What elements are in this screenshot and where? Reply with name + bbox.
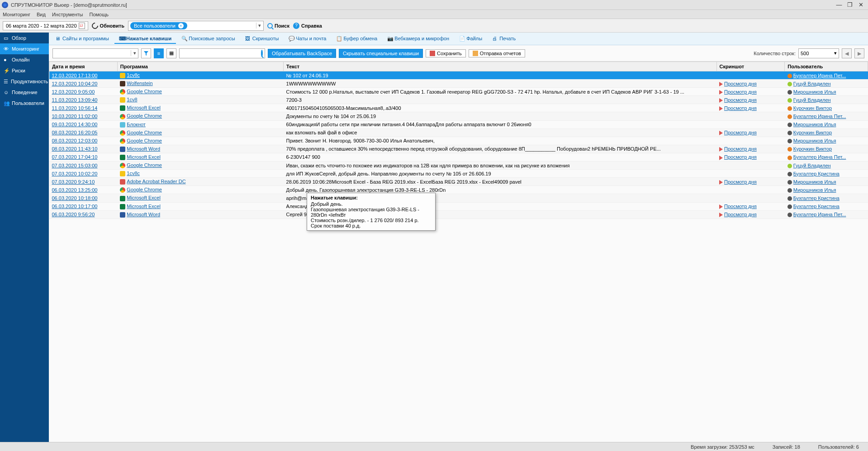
user-link[interactable]: Мирошников Илья bbox=[793, 187, 836, 193]
user-link[interactable]: Мирошников Илья bbox=[793, 138, 836, 143]
date-link[interactable]: 11.03.2020 10:56:14 bbox=[52, 105, 98, 111]
user-link[interactable]: Бухгалтер Ирина Пет... bbox=[793, 114, 846, 119]
chip-remove-icon[interactable]: × bbox=[178, 23, 184, 28]
date-link[interactable]: 08.03.2020 12:03:00 bbox=[52, 138, 98, 143]
user-link[interactable]: Бухгалтер Кристина bbox=[793, 171, 840, 176]
maximize-button[interactable]: ❐ bbox=[844, 1, 855, 8]
user-link[interactable]: Мирошников Илья bbox=[793, 122, 836, 127]
program-link[interactable]: Microsoft Excel bbox=[127, 195, 161, 200]
menu-tools[interactable]: Инструменты bbox=[52, 12, 83, 17]
backspace-button[interactable]: Обрабатывать BackSpace bbox=[268, 49, 336, 58]
sidebar-item-6[interactable]: 👥Пользователи bbox=[0, 98, 49, 109]
program-link[interactable]: Wolfenstein bbox=[127, 81, 152, 86]
sidebar-item-3[interactable]: ⚡Риски bbox=[0, 65, 49, 76]
table-row[interactable]: 07.03.2020 15:03:00Google ChromeИван, ск… bbox=[49, 161, 868, 170]
table-row[interactable]: 08.03.2020 11:43:10Microsoft Word70% пре… bbox=[49, 145, 868, 153]
table-row[interactable]: 06.03.2020 9:56:20Microsoft WordСергей 9… bbox=[49, 210, 868, 218]
data-grid[interactable]: Дата и время Программа Текст Скриншот По… bbox=[49, 62, 868, 442]
table-row[interactable]: 09.03.2020 14:30:00Блокнот60индикацияИ р… bbox=[49, 120, 868, 128]
date-link[interactable]: 08.03.2020 11:43:10 bbox=[52, 146, 98, 152]
user-link[interactable]: Бухгалтер Ирина Пет... bbox=[793, 73, 846, 78]
table-row[interactable]: 07.03.2020 17:04:10Microsoft Excel6-230V… bbox=[49, 153, 868, 161]
date-link[interactable]: 12.03.2020 10:04:20 bbox=[52, 81, 98, 86]
table-row[interactable]: 06.03.2020 10:17:00Microsoft ExcelАлекса… bbox=[49, 202, 868, 210]
send-reports-button[interactable]: Отправка отчетов bbox=[469, 49, 525, 57]
sidebar-item-0[interactable]: ▭Обзор bbox=[0, 33, 49, 43]
program-link[interactable]: Google Chrome bbox=[127, 138, 162, 143]
col-user[interactable]: Пользователь bbox=[785, 62, 868, 71]
minimize-button[interactable]: — bbox=[834, 1, 844, 8]
program-link[interactable]: Microsoft Excel bbox=[127, 204, 161, 209]
date-link[interactable]: 06.03.2020 10:17:00 bbox=[52, 204, 98, 209]
program-link[interactable]: Microsoft Excel bbox=[127, 154, 161, 160]
table-row[interactable]: 07.03.2020 9:24:10Adobe Acrobat Reader D… bbox=[49, 178, 868, 186]
table-row[interactable]: 07.03.2020 10:02:201cv8cдля ИП ЖуковСерг… bbox=[49, 170, 868, 178]
menu-monitoring[interactable]: Мониторинг bbox=[3, 12, 30, 17]
rowcount-select[interactable]: 500▾ bbox=[798, 48, 839, 58]
table-row[interactable]: 12.03.2020 10:04:20Wolfenstein1WWWWWWWWW… bbox=[49, 80, 868, 88]
sidebar-item-5[interactable]: ☺Поведение bbox=[0, 87, 49, 98]
filter-funnel-button[interactable] bbox=[141, 48, 151, 58]
user-link[interactable]: Курочкин Виктор bbox=[793, 146, 832, 152]
program-link[interactable]: 1cv8 bbox=[127, 97, 137, 102]
screenshot-link[interactable]: Просмотр дня bbox=[724, 154, 757, 160]
date-link[interactable]: 10.03.2020 11:02:00 bbox=[52, 114, 98, 119]
table-row[interactable]: 06.03.2020 10:18:00Microsoft Excelaprih@… bbox=[49, 194, 868, 202]
program-link[interactable]: Google Chrome bbox=[127, 89, 162, 94]
screenshot-link[interactable]: Просмотр дня bbox=[724, 212, 757, 217]
user-link[interactable]: Бухгалтер Кристина bbox=[793, 204, 840, 209]
sidebar-item-4[interactable]: ☰Продуктивность bbox=[0, 76, 49, 87]
save-button[interactable]: Сохранить bbox=[426, 49, 466, 57]
col-text[interactable]: Текст bbox=[284, 62, 716, 71]
hide-special-button[interactable]: Скрывать специальные клавиши bbox=[339, 49, 423, 58]
sidebar-item-1[interactable]: 👁Мониторинг bbox=[0, 43, 49, 54]
date-link[interactable]: 09.03.2020 14:30:00 bbox=[52, 122, 98, 127]
sidebar-item-2[interactable]: ●Онлайн bbox=[0, 54, 49, 65]
screenshot-link[interactable]: Просмотр дня bbox=[724, 204, 757, 209]
close-button[interactable]: ✕ bbox=[855, 1, 866, 8]
col-program[interactable]: Программа bbox=[117, 62, 283, 71]
filter-combo[interactable]: ▾ bbox=[52, 48, 138, 58]
user-link[interactable]: Курочкин Виктор bbox=[793, 130, 832, 135]
tab-5[interactable]: 📋Буфер обмена bbox=[332, 34, 382, 44]
screenshot-link[interactable]: Просмотр дня bbox=[724, 130, 757, 135]
screenshot-link[interactable]: Просмотр дня bbox=[724, 97, 757, 103]
table-row[interactable]: 06.03.2020 13:25:00Google ChromeДобрый д… bbox=[49, 186, 868, 194]
tab-7[interactable]: 📄Файлы bbox=[455, 34, 487, 44]
screenshot-link[interactable]: Просмотр дня bbox=[724, 105, 757, 111]
screenshot-link[interactable]: Просмотр дня bbox=[724, 179, 757, 185]
screenshot-link[interactable]: Просмотр дня bbox=[724, 89, 757, 95]
menu-help[interactable]: Помощь bbox=[90, 12, 109, 17]
table-row[interactable]: 11.03.2020 10:56:14Microsoft Excel400171… bbox=[49, 104, 868, 112]
screenshot-link[interactable]: Просмотр дня bbox=[724, 146, 757, 152]
tab-2[interactable]: 🔍Поисковые запросы bbox=[177, 34, 239, 44]
user-link[interactable]: Мирошников Илья bbox=[793, 179, 836, 185]
user-chip[interactable]: Все пользователи × bbox=[130, 22, 187, 29]
tab-3[interactable]: 🖼Скриншоты bbox=[241, 34, 284, 44]
table-row[interactable]: 11.03.2020 13:09:401cv87200-3Просмотр дн… bbox=[49, 96, 868, 104]
program-link[interactable]: Microsoft Excel bbox=[127, 105, 161, 110]
table-row[interactable]: 10.03.2020 11:02:00Google ChromeДокумент… bbox=[49, 112, 868, 120]
tab-4[interactable]: 💬Чаты и почта bbox=[284, 34, 331, 44]
program-link[interactable]: 1cv8c bbox=[127, 72, 140, 78]
text-search-input[interactable] bbox=[179, 48, 265, 58]
date-link[interactable]: 07.03.2020 10:02:20 bbox=[52, 171, 98, 176]
date-link[interactable]: 06.03.2020 13:25:00 bbox=[52, 187, 98, 193]
program-link[interactable]: Блокнот bbox=[127, 122, 146, 127]
user-filter[interactable]: Все пользователи × ▾ bbox=[128, 21, 264, 31]
table-row[interactable]: 08.03.2020 12:03:00Google ChromeПривет. … bbox=[49, 137, 868, 145]
date-link[interactable]: 11.03.2020 13:09:40 bbox=[52, 97, 98, 103]
col-date[interactable]: Дата и время bbox=[49, 62, 118, 71]
tab-1[interactable]: ⌨Нажатые клавиши bbox=[114, 34, 176, 44]
date-link[interactable]: 12.03.2020 17:13:00 bbox=[52, 73, 98, 78]
user-link[interactable]: Мирошников Илья bbox=[793, 89, 836, 95]
user-link[interactable]: Бухгалтер Ирина Пет... bbox=[793, 154, 846, 160]
date-link[interactable]: 08.03.2020 16:20:05 bbox=[52, 130, 98, 135]
refresh-button[interactable]: Обновить bbox=[92, 23, 124, 29]
table-row[interactable]: 12.03.2020 9:05:00Google ChromeСтоимость… bbox=[49, 88, 868, 96]
date-link[interactable]: 06.03.2020 10:18:00 bbox=[52, 195, 98, 201]
table-row[interactable]: 08.03.2020 16:20:05Google Chromeкак взло… bbox=[49, 128, 868, 137]
date-link[interactable]: 07.03.2020 15:03:00 bbox=[52, 163, 98, 168]
help-button[interactable]: ? Справка bbox=[293, 23, 322, 29]
view-grid-button[interactable]: ▦ bbox=[166, 48, 176, 58]
